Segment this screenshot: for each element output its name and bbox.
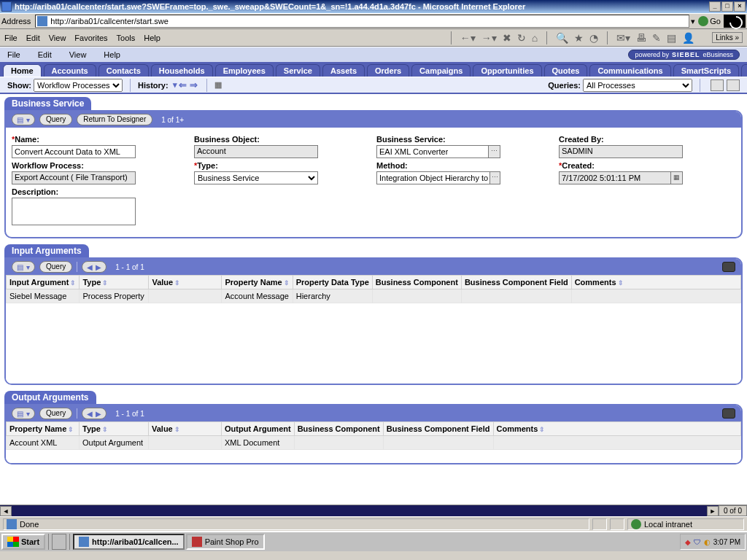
horizontal-scrollbar[interactable]: ◄ ► 0 of 0 [0,505,747,516]
task-ie[interactable]: http://ariba01/callcen... [73,534,185,550]
name-field[interactable] [12,145,136,158]
expand-icon[interactable] [722,408,735,419]
type-select[interactable]: Business Service [194,171,318,184]
menu-dropdown-button[interactable]: ▤▾ [12,114,35,125]
app-menu-view[interactable]: View [69,50,87,59]
tab-orders[interactable]: Orders [367,64,409,77]
close-button[interactable]: × [734,1,746,12]
col-output-argument[interactable]: Output Argument [222,422,295,436]
description-field[interactable] [12,198,136,225]
forward-icon[interactable]: →▾ [481,32,497,44]
col-property-name[interactable]: Property Name⇕ [7,422,80,436]
col-comments[interactable]: Comments⇕ [493,422,740,436]
history-back-icon[interactable]: ⇐ [179,79,187,90]
home-icon[interactable]: ⌂ [532,32,538,44]
col-type[interactable]: Type⇕ [80,422,149,436]
tray-icon-3[interactable]: ◐ [704,538,711,546]
app-menu-help[interactable]: Help [104,50,120,59]
col-business-component[interactable]: Business Component [372,276,461,289]
query-button[interactable]: Query [39,114,72,125]
col-input-argument[interactable]: Input Argument⇕ [7,276,80,289]
sitemap-icon[interactable]: ▦ [214,80,222,90]
task-paintshop[interactable]: Paint Shop Pro [186,534,265,550]
start-button[interactable]: Start [1,534,45,550]
col-value[interactable]: Value⇕ [149,422,222,436]
ie-menu-help[interactable]: Help [144,34,160,42]
menu-dropdown-button[interactable]: ▤▾ [12,261,35,273]
query-button[interactable]: Query [39,408,72,419]
history-icon[interactable]: ◔ [589,32,598,44]
tab-smartscripts[interactable]: SmartScripts [673,64,739,77]
tab-home[interactable]: Home [3,64,42,77]
ie-menu-file[interactable]: File [4,34,18,42]
col-value[interactable]: Value⇕ [149,276,222,289]
col-business-component-field[interactable]: Business Component Field [383,422,493,436]
history-forward-icon[interactable]: ⇒ [190,79,198,90]
screen-tabs: Home Accounts Contacts Households Employ… [0,62,747,77]
business-service-field[interactable]: EAI XML Converter ⋯ [376,145,500,158]
tab-contacts[interactable]: Contacts [98,64,149,77]
pick-icon[interactable]: ⋯ [489,172,500,184]
tab-accounts[interactable]: Accounts [44,64,96,77]
restore-button[interactable]: □ [721,1,733,12]
queries-select[interactable]: All Processes [583,79,692,92]
address-input[interactable]: http://ariba01/callcenter/start.swe [35,15,689,28]
list-nav-buttons[interactable]: ◀▶ [82,408,107,419]
quicklaunch-1[interactable] [52,534,66,550]
col-business-component[interactable]: Business Component [294,422,383,436]
expand-icon[interactable] [722,262,735,272]
scroll-right-icon[interactable]: ► [707,506,719,516]
tab-communications[interactable]: Communications [589,64,670,77]
messenger-icon[interactable]: 👤 [682,32,694,44]
favorites-icon[interactable]: ★ [574,32,584,44]
toolbar-btn-2[interactable] [727,79,740,91]
tab-quotes[interactable]: Quotes [544,64,588,77]
edit-icon[interactable]: ✎ [652,32,661,44]
col-property-name[interactable]: Property Name⇕ [222,276,293,289]
stop-icon[interactable]: ✖ [503,32,511,44]
table-row[interactable]: Siebel Message Process Property Account … [7,289,741,303]
tab-assets[interactable]: Assets [322,64,365,77]
tab-households[interactable]: Households [151,64,213,77]
app-menu-file[interactable]: File [7,50,20,59]
calendar-icon[interactable]: ▦ [670,172,682,184]
app-menu-edit[interactable]: Edit [38,50,52,59]
tab-products[interactable]: Products [741,64,747,77]
ie-menu-favorites[interactable]: Favorites [74,34,107,42]
col-type[interactable]: Type⇕ [80,276,149,289]
ie-menu-tools[interactable]: Tools [117,34,136,42]
go-button[interactable]: Go [698,16,721,26]
mail-icon[interactable]: ✉▾ [616,32,630,44]
discuss-icon[interactable]: ▤ [667,32,676,44]
menu-dropdown-button[interactable]: ▤▾ [12,408,35,419]
pick-icon[interactable]: ⋯ [488,146,500,158]
col-property-data-type[interactable]: Property Data Type [293,276,372,289]
ie-menu-edit[interactable]: Edit [26,34,40,42]
toolbar-btn-1[interactable] [711,79,724,91]
method-field[interactable]: Integration Object Hierarchy to XML ⋯ [376,171,500,184]
table-row[interactable]: Account XML Output Argument XML Document [7,436,741,450]
minimize-button[interactable]: _ [709,1,721,12]
history-dropdown-icon[interactable]: ▾ [173,80,177,90]
col-business-component-field[interactable]: Business Component Field [461,276,571,289]
return-to-designer-button[interactable]: Return To Designer [77,114,152,125]
list-nav-buttons[interactable]: ◀▶ [82,261,107,273]
search-icon[interactable]: 🔍 [556,32,568,44]
show-select[interactable]: Workflow Processes [34,79,123,92]
scroll-left-icon[interactable]: ◄ [0,506,12,516]
tab-service[interactable]: Service [276,64,320,77]
tab-opportunities[interactable]: Opportunities [473,64,541,77]
tray-icon-2[interactable]: 🛡 [694,538,701,546]
query-button[interactable]: Query [39,261,72,273]
print-icon[interactable]: 🖶 [636,32,646,44]
tab-employees[interactable]: Employees [215,64,274,77]
links-button[interactable]: Links » [712,32,743,43]
tray-icon-1[interactable]: ◆ [685,538,691,546]
ie-menu-view[interactable]: View [49,34,66,42]
address-dropdown-icon[interactable]: ▾ [691,17,695,26]
col-comments[interactable]: Comments⇕ [571,276,740,289]
back-icon[interactable]: ←▾ [460,32,476,44]
tab-campaigns[interactable]: Campaigns [411,64,471,77]
system-tray[interactable]: ◆ 🛡 ◐ 3:07 PM [680,534,746,550]
refresh-icon[interactable]: ↻ [517,32,526,44]
